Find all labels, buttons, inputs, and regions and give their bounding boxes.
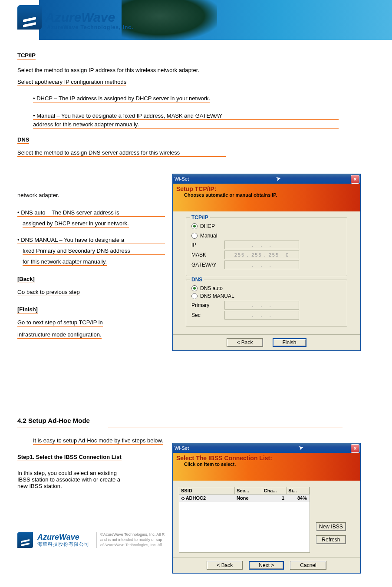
group-label: DNS bbox=[190, 277, 204, 283]
text: new IBSS station. bbox=[17, 483, 165, 489]
refresh-button[interactable]: Refresh bbox=[316, 535, 346, 544]
dialog-footer: < Back Next > Cacnel bbox=[173, 557, 360, 573]
primary-dns-input[interactable]: . . . bbox=[224, 301, 299, 310]
dialog-body: TCP/IP DHCP Manual IP. . . MASK255 . 255… bbox=[173, 211, 360, 334]
banner-decoration bbox=[122, 0, 217, 40]
section-dns-items: network adapter. • DNS auto – The DNS se… bbox=[17, 192, 165, 340]
cell-si: 84% bbox=[286, 495, 309, 502]
gateway-input[interactable]: . . . bbox=[224, 261, 299, 269]
dialog-header-title: Setup TCP/IP: bbox=[176, 185, 357, 192]
text: Select apothecary IP configuration metho… bbox=[17, 79, 126, 86]
logo-tagline: AzureWave Technologies, Inc. bbox=[47, 24, 133, 30]
dialog-header-title: Select The IBSS Connection List: bbox=[176, 455, 357, 462]
heading-back: [Back] bbox=[17, 276, 35, 283]
dialog-titlebar[interactable]: Wi-Set ➤ × bbox=[173, 174, 360, 184]
next-button[interactable]: Next > bbox=[249, 561, 284, 570]
back-button[interactable]: < Back bbox=[207, 561, 243, 570]
sec-dns-input[interactable]: . . . bbox=[224, 311, 299, 320]
header-banner: AzureWave AzureWave Technologies, Inc. bbox=[0, 0, 392, 40]
ibss-table[interactable]: SSID Sec... Cha... Si... ◇ ADHOC2 None 1… bbox=[179, 487, 310, 553]
dialog-tcpip: Wi-Set ➤ × Setup TCP/IP: Chooses automat… bbox=[172, 174, 361, 351]
text: Go back to previous step bbox=[17, 289, 80, 296]
table-row[interactable]: ◇ ADHOC2 None 1 84% bbox=[179, 495, 310, 502]
dialog-body: SSID Sec... Cha... Si... ◇ ADHOC2 None 1… bbox=[173, 481, 360, 557]
close-icon[interactable]: × bbox=[351, 444, 359, 453]
field-primary: Primary. . . bbox=[191, 301, 342, 310]
text: network adapter. bbox=[17, 192, 59, 199]
bullet-dns-manual-1: • DNS MANUAL – You have to designate a bbox=[17, 237, 165, 244]
bullet-dns-auto-1: • DNS auto – The DNS server address is bbox=[17, 209, 165, 217]
bullet-dns-auto-2: assigned by DHCP server in your network. bbox=[23, 220, 129, 228]
back-button[interactable]: < Back bbox=[227, 338, 263, 347]
radio-dhcp[interactable]: DHCP bbox=[191, 223, 342, 229]
table-header: SSID Sec... Cha... Si... bbox=[179, 487, 310, 495]
cell-sec: None bbox=[235, 495, 262, 502]
text: Go to next step of setup TCP/IP in bbox=[17, 319, 103, 326]
footer-logo-icon bbox=[17, 532, 33, 548]
bullet-dns-manual-3: for this network adapter manually. bbox=[23, 258, 107, 266]
col-sec[interactable]: Sec... bbox=[235, 487, 262, 494]
copyright: ©AzureWave Technologies, Inc. All R and … bbox=[96, 532, 165, 547]
dialog-title-text: Wi-Set bbox=[175, 176, 189, 181]
text: Select the method to assign DNS server a… bbox=[17, 149, 226, 157]
group-label: TCP/IP bbox=[190, 214, 210, 221]
dialog-header-sub: Click on item to select. bbox=[184, 462, 357, 467]
finish-button[interactable]: Finish bbox=[273, 338, 306, 347]
text: IBSS station to associate with or create… bbox=[17, 476, 165, 483]
section-tcpip: TCP/IP Select the method to assign IP ad… bbox=[17, 52, 339, 158]
col-si[interactable]: Si... bbox=[287, 487, 310, 494]
field-ip: IP. . . bbox=[191, 241, 342, 249]
radio-icon bbox=[191, 223, 198, 229]
dialog-header: Setup TCP/IP: Chooses automatic or manua… bbox=[173, 184, 360, 211]
ip-input[interactable]: . . . bbox=[224, 241, 299, 249]
group-dns: DNS DNS auto DNS MANUAL Primary. . . Sec… bbox=[186, 280, 347, 326]
radio-manual[interactable]: Manual bbox=[191, 233, 342, 239]
mask-input[interactable]: 255 . 255 . 255 . 0 bbox=[224, 251, 299, 259]
group-tcpip: TCP/IP DHCP Manual IP. . . MASK255 . 255… bbox=[186, 218, 347, 276]
heading-step1: Step1. Select the IBSS Connection List bbox=[17, 454, 122, 461]
bullet-dhcp: • DHCP – The IP address is assigned by D… bbox=[33, 95, 210, 102]
radio-icon bbox=[191, 233, 198, 239]
close-icon[interactable]: × bbox=[351, 175, 359, 184]
logo-text: AzureWave bbox=[45, 10, 115, 25]
dialog-header: Select The IBSS Connection List: Click o… bbox=[173, 453, 360, 481]
dialog-titlebar[interactable]: Wi-Set ➤ × bbox=[173, 443, 360, 453]
cancel-button[interactable]: Cacnel bbox=[290, 561, 326, 570]
field-mask: MASK255 . 255 . 255 . 0 bbox=[191, 251, 342, 259]
radio-dns-manual[interactable]: DNS MANUAL bbox=[191, 293, 342, 299]
col-cha[interactable]: Cha... bbox=[262, 487, 287, 494]
dialog-ibss: Wi-Set ➤ × Select The IBSS Connection Li… bbox=[172, 443, 361, 574]
field-sec: Sec. . . bbox=[191, 311, 342, 320]
new-ibss-button[interactable]: New IBSS bbox=[316, 522, 346, 531]
dialog-header-sub: Chooses automatic or manual obtains IP. bbox=[184, 192, 357, 198]
footer-logo-text: AzureWave 海華科技股份有限公司 bbox=[37, 533, 89, 547]
cursor-icon: ➤ bbox=[298, 444, 305, 452]
text: In this step, you could select an existi… bbox=[17, 470, 165, 476]
dialog-title-text: Wi-Set bbox=[175, 445, 189, 451]
col-ssid[interactable]: SSID bbox=[179, 487, 235, 494]
heading-42: 4.2 Setup Ad-Hoc Mode bbox=[17, 417, 90, 424]
logo-icon bbox=[17, 5, 42, 30]
bullet-manual-1: • Manual – You have to designate a fixed… bbox=[33, 112, 339, 120]
page-footer: AzureWave 海華科技股份有限公司 ©AzureWave Technolo… bbox=[17, 532, 165, 548]
text: It is easy to setup Ad-Hoc mode by five … bbox=[33, 437, 163, 445]
heading-dns: DNS bbox=[17, 136, 29, 144]
heading-finish: [Finish] bbox=[17, 306, 38, 313]
text: infrastructure mode configuration. bbox=[17, 331, 102, 339]
field-gateway: GATEWAY. . . bbox=[191, 261, 342, 269]
cell-cha: 1 bbox=[262, 495, 286, 502]
text: Select the method to assign IP address f… bbox=[17, 67, 339, 74]
bullet-dns-manual-2: fixed Primary and Secondary DNS address bbox=[23, 247, 165, 255]
heading-tcpip: TCP/IP bbox=[17, 52, 36, 59]
section-step1-desc: In this step, you could select an existi… bbox=[17, 466, 165, 489]
side-buttons: New IBSS Refresh bbox=[316, 487, 346, 553]
bullet-manual-2: address for this network adapter manuall… bbox=[33, 121, 339, 129]
radio-icon bbox=[191, 285, 198, 291]
dialog-footer: < Back Finish bbox=[173, 334, 360, 350]
cursor-icon: ➤ bbox=[275, 175, 282, 183]
radio-icon bbox=[191, 293, 198, 299]
radio-dns-auto[interactable]: DNS auto bbox=[191, 285, 342, 291]
cell-ssid: ◇ ADHOC2 bbox=[179, 495, 235, 502]
